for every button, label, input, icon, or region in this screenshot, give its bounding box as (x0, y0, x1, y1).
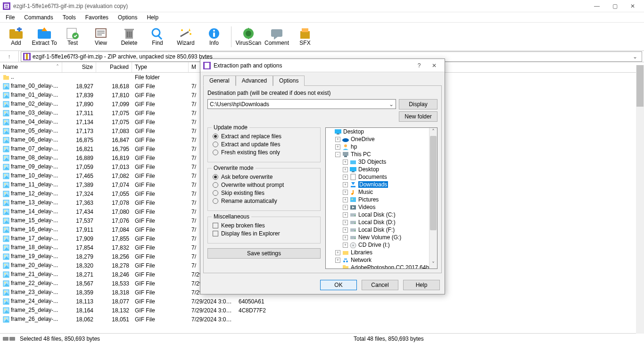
dialog-titlebar[interactable]: Extraction path and options ? ✕ (200, 59, 445, 72)
tree-node[interactable]: +hp (326, 143, 437, 151)
menu-file[interactable]: File (2, 13, 18, 22)
folder-tree[interactable]: Desktop+OneDrive+hp-This PC+3D Objects+D… (325, 127, 438, 269)
combo-arrow-icon[interactable]: ⌄ (389, 101, 394, 108)
tree-node[interactable]: +Desktop (326, 166, 437, 173)
expand-icon[interactable]: + (335, 137, 340, 142)
tree-node[interactable]: +Libraries (326, 249, 437, 256)
pics-icon (349, 196, 357, 203)
col-name[interactable]: Name˄ (0, 62, 62, 72)
tool-find[interactable]: Find (144, 24, 171, 50)
sort-asc-icon: ˄ (56, 64, 59, 70)
close-button[interactable]: ✕ (628, 3, 637, 9)
tree-node[interactable]: +Local Disk (D:) (326, 218, 437, 226)
tree-node[interactable]: +OneDrive (326, 135, 437, 143)
tree-node[interactable]: +Music (326, 188, 437, 196)
radio-extract-update[interactable]: Extract and update files (213, 141, 315, 148)
cancel-button[interactable]: Cancel (362, 280, 398, 290)
tool-virusscan[interactable]: VirusScan (235, 24, 262, 50)
tool-sfx[interactable]: SFX (292, 24, 318, 50)
table-row[interactable]: frame_24_delay-...18,11318,077GIF File7/… (0, 297, 644, 306)
tree-node[interactable]: Desktop (326, 128, 437, 135)
tool-wizard[interactable]: Wizard (173, 24, 199, 50)
tool-comment[interactable]: Comment (264, 24, 290, 50)
tree-node[interactable]: +New Volume (G:) (326, 234, 437, 241)
dialog-close-button[interactable]: ✕ (427, 62, 442, 69)
col-type[interactable]: Type (132, 62, 189, 72)
tool-delete[interactable]: Delete (116, 24, 142, 50)
check-display-explorer[interactable]: Display files in Explorer (213, 230, 315, 237)
tree-node[interactable]: +Network (326, 256, 437, 264)
dest-path-input[interactable]: C:\Users\hp\Downloads ⌄ (207, 99, 396, 109)
dropdown-icon[interactable]: ⌄ (630, 53, 640, 60)
table-row[interactable]: frame_25_delay-...18,16418,132GIF File7/… (0, 306, 644, 315)
col-size[interactable]: Size (62, 62, 96, 72)
expand-icon[interactable]: + (343, 182, 348, 187)
menu-commands[interactable]: Commands (20, 13, 57, 22)
tab-options[interactable]: Options (273, 76, 305, 86)
expand-icon[interactable]: + (343, 159, 348, 165)
help-icon[interactable]: ? (412, 62, 427, 69)
svg-rect-24 (158, 35, 162, 40)
tree-node[interactable]: +3D Objects (326, 158, 437, 166)
menu-help[interactable]: Help (143, 13, 162, 22)
scroll-up-icon[interactable]: ˄ (429, 128, 437, 136)
ok-button[interactable]: OK (320, 280, 357, 290)
tree-node[interactable]: +Videos (326, 203, 437, 211)
up-button[interactable]: ↑ (0, 51, 19, 62)
expand-icon[interactable]: + (343, 175, 348, 180)
tree-node[interactable]: -This PC (326, 151, 437, 158)
menu-tools[interactable]: Tools (59, 13, 80, 22)
tree-node[interactable]: +Local Disk (F:) (326, 226, 437, 234)
scroll-down-icon[interactable]: ˅ (429, 260, 437, 268)
expand-icon[interactable]: + (343, 197, 348, 202)
expand-icon[interactable]: + (343, 220, 348, 225)
radio-rename-auto[interactable]: Rename automatically (213, 198, 315, 204)
radio-ask-overwrite[interactable]: Ask before overwrite (213, 174, 315, 180)
radio-skip-existing[interactable]: Skip existing files (213, 190, 315, 196)
expand-icon[interactable]: + (343, 205, 348, 210)
tab-advanced[interactable]: Advanced (236, 76, 273, 86)
tree-node[interactable]: +CD Drive (I:) (326, 241, 437, 249)
expand-icon[interactable]: + (335, 144, 340, 150)
radio-overwrite-noprompt[interactable]: Overwrite without prompt (213, 182, 315, 188)
tree-node[interactable]: +Documents (326, 173, 437, 181)
col-packed[interactable]: Packed (96, 62, 132, 72)
maximize-button[interactable]: ▢ (610, 3, 619, 9)
tree-node[interactable]: AdobePhotoshop CC 2017 64bit (326, 264, 437, 269)
menu-favorites[interactable]: Favorites (82, 13, 112, 22)
save-settings-button[interactable]: Save settings (207, 248, 321, 259)
pc-icon (342, 151, 349, 158)
tool-extract-to[interactable]: Extract To (31, 24, 58, 50)
expand-icon[interactable]: + (335, 250, 340, 255)
radio-extract-replace[interactable]: Extract and replace files (213, 133, 315, 140)
tool-view[interactable]: View (88, 24, 114, 50)
table-row[interactable]: frame_26_delay-...18,06218,051GIF File7/… (0, 315, 644, 324)
check-keep-broken[interactable]: Keep broken files (213, 222, 315, 229)
expand-icon[interactable]: + (335, 258, 340, 263)
outer-scrollbar[interactable] (636, 65, 644, 334)
tree-node[interactable]: +Pictures (326, 196, 437, 203)
tree-scrollbar[interactable]: ˄ ˅ (429, 128, 437, 268)
image-file-icon (3, 316, 9, 323)
minimize-button[interactable]: — (592, 3, 602, 9)
tree-node[interactable]: +Downloads (326, 181, 437, 188)
tool-info[interactable]: Info (201, 24, 227, 50)
svg-rect-163 (343, 265, 346, 267)
tool-add[interactable]: Add (3, 24, 29, 50)
display-button[interactable]: Display (399, 99, 438, 109)
tree-node[interactable]: +Local Disk (C:) (326, 211, 437, 218)
expand-icon[interactable]: + (343, 235, 348, 240)
expand-icon[interactable]: + (343, 190, 348, 195)
svg-rect-2 (5, 5, 8, 6)
expand-icon[interactable]: + (343, 167, 348, 172)
tab-general[interactable]: General (203, 76, 236, 86)
expand-icon[interactable]: + (343, 227, 348, 233)
expand-icon[interactable]: + (343, 212, 348, 218)
radio-fresh-only[interactable]: Fresh existing files only (213, 149, 315, 156)
new-folder-button[interactable]: New folder (399, 111, 438, 122)
help-button[interactable]: Help (403, 280, 440, 290)
expand-icon[interactable]: + (343, 243, 348, 248)
expand-icon[interactable]: - (335, 152, 340, 157)
menu-options[interactable]: Options (114, 13, 141, 22)
tool-test[interactable]: Test (59, 24, 86, 50)
